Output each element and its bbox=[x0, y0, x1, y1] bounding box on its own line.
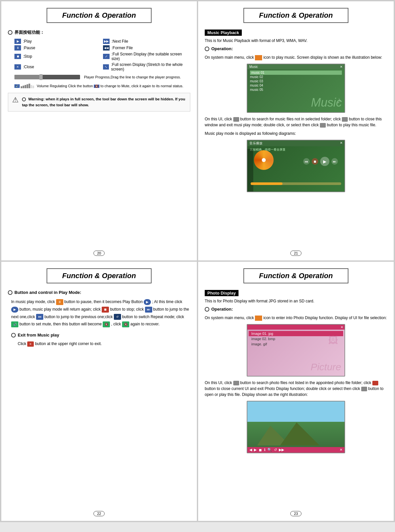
photo-text-bg: Picture bbox=[311, 361, 341, 373]
play-mode-body: In music play mode, click ⏸ button to pa… bbox=[11, 298, 190, 328]
progress-handle bbox=[39, 74, 43, 80]
vol-bar-5 bbox=[29, 84, 30, 88]
ctrl-former: ◀◀ :Former File bbox=[103, 45, 190, 51]
page-22-title-container: Function & Operation bbox=[8, 268, 190, 283]
music-desc1: This is for Music Playback with format o… bbox=[205, 38, 387, 44]
lc-btn-stop: ⏹ bbox=[259, 448, 262, 452]
music-file-list: music 01 music 02 music 03 music 04 musi… bbox=[247, 69, 344, 93]
mute-mode-icon: 🔊 bbox=[11, 321, 18, 327]
page-22: Function & Operation Button and control … bbox=[1, 262, 197, 521]
lc-btn-zoom: 🔍 bbox=[267, 448, 272, 452]
exit-btn-icon: ✕ bbox=[27, 341, 34, 347]
ctrl-prev: ⏮ bbox=[303, 158, 310, 165]
player-screenshot: 音乐播放 ✕ 比较精典，值得一看全屏显 ⏮ ⏹ ▶ ⏭ bbox=[247, 140, 345, 192]
ctrl-fullscreen2: ⤡ :Full screen Display (Stretch to the w… bbox=[103, 62, 190, 72]
lc-btn-close: ✕ bbox=[340, 448, 343, 452]
next-icon: ▶▶ bbox=[103, 39, 110, 44]
ctrl-play: ▶ :Play bbox=[14, 39, 102, 44]
exit-circle-icon bbox=[11, 333, 16, 338]
page-number-22: 22 bbox=[94, 511, 105, 516]
prev-mode-icon: ⏮ bbox=[36, 314, 43, 320]
page-23: Function & Operation Photo Display This … bbox=[198, 262, 394, 521]
progress-bar-fill bbox=[14, 75, 41, 79]
section-header-22: Button and control in Play Mode: bbox=[8, 290, 190, 295]
warning-box: ⚠ Warning: when it plays in full screen,… bbox=[8, 93, 190, 112]
play-btn-icon bbox=[320, 123, 326, 128]
photo-menu-icon bbox=[255, 316, 262, 321]
page-22-title-box: Function & Operation bbox=[47, 268, 152, 283]
page-23-title: Function & Operation bbox=[259, 272, 333, 280]
close-btn-icon bbox=[342, 117, 348, 122]
music-window-header: Music ✕ bbox=[247, 64, 344, 69]
warning-bold: Warning: when it plays in full screen, t… bbox=[22, 97, 185, 107]
vol-bar-3 bbox=[25, 85, 26, 88]
page-number-21: 21 bbox=[290, 251, 301, 256]
play-label: :Play bbox=[23, 39, 32, 44]
volume-label: Volume Regulating Click the button 🔇 to … bbox=[37, 84, 183, 88]
ctrl-play-player: ▶ bbox=[320, 157, 329, 166]
operation-circle-23 bbox=[205, 307, 209, 312]
search-btn-icon bbox=[233, 117, 239, 122]
page-21-title: Function & Operation bbox=[259, 11, 333, 19]
exit-title: Exit from Music play bbox=[18, 333, 59, 338]
lc-btn-play: ▶ bbox=[254, 448, 257, 452]
close-label: :Close bbox=[23, 65, 34, 69]
page-20-title: Function & Operation bbox=[62, 11, 136, 19]
page-20: Function & Operation 界面按钮功能： ▶ :Play ▶▶ … bbox=[1, 1, 197, 260]
muted-icon2: 🔇 bbox=[122, 321, 129, 327]
player-progress-fill bbox=[251, 182, 282, 185]
next-mode-icon: ⏭ bbox=[145, 307, 152, 313]
progress-bar-container bbox=[14, 75, 80, 79]
music-ui-desc: On this UI, click button to search for m… bbox=[205, 116, 387, 128]
player-progress-bar bbox=[251, 182, 341, 185]
player-close-x: ✕ bbox=[340, 141, 343, 146]
lc-btn-rotate: ↺ bbox=[274, 448, 277, 452]
play-again-icon: ▶ bbox=[11, 307, 18, 313]
page-21-title-container: Function & Operation bbox=[205, 8, 387, 23]
vol-bar-4 bbox=[27, 84, 28, 88]
stop-mode-icon: ⏹ bbox=[102, 307, 109, 313]
music-window-screenshot: Music ✕ music 01 music 02 music 03 music… bbox=[247, 64, 345, 113]
operation-header-21: Operation: bbox=[205, 46, 387, 51]
page-number-20: 20 bbox=[94, 251, 105, 256]
page-23-title-box: Function & Operation bbox=[243, 268, 348, 283]
fullscreen1-icon: ⤢ bbox=[103, 54, 110, 59]
landscape-controls: ◀ ▶ ⏹ ℹ 🔍 ↺ ▶▶ ✕ bbox=[247, 447, 344, 453]
controls-row-4: ✕ :Close ⤡ :Full screen Display (Stretch… bbox=[14, 62, 190, 72]
player-controls: ⏮ ⏹ ▶ ⏭ bbox=[303, 157, 338, 166]
controls-grid: ▶ :Play ▶▶ :Next File ⏸ :Pause ◀◀ :Forme… bbox=[14, 39, 190, 72]
progress-section: Player Progress,Drag the line to change … bbox=[14, 75, 184, 80]
progress-bar-outer bbox=[14, 75, 80, 79]
music-item-4: music 04 bbox=[250, 83, 342, 88]
warning-circle-icon bbox=[22, 97, 26, 101]
vol-bar-7 bbox=[32, 86, 34, 88]
music-item-3: music 03 bbox=[250, 79, 342, 83]
ctrl-pause: ⏸ :Pause bbox=[14, 45, 102, 51]
lc-btn-prev: ◀ bbox=[249, 448, 252, 452]
close-icon: ✕ bbox=[14, 64, 21, 70]
progress-label: Player Progress,Drag the line to change … bbox=[84, 75, 181, 80]
operation-text-21: On system main menu, click icon to play … bbox=[205, 54, 387, 60]
warning-content: Warning: when it plays in full screen, t… bbox=[22, 96, 186, 108]
ctrl-stop-player: ⏹ bbox=[312, 158, 318, 165]
circle-icon-22 bbox=[8, 290, 12, 295]
operation-header-23: Operation: bbox=[205, 307, 387, 312]
ctrl-next: ▶▶ :Next File bbox=[103, 39, 190, 44]
music-text-bg: Music bbox=[311, 96, 342, 110]
ctrl-stop: ⏹ :Stop bbox=[14, 52, 102, 61]
music-window-title: Music bbox=[249, 65, 258, 69]
landscape-screenshot: ◀ ▶ ⏹ ℹ 🔍 ↺ ▶▶ ✕ bbox=[247, 401, 345, 453]
warning-triangle-icon: ⚠ bbox=[12, 96, 19, 108]
music-item-1: music 01 bbox=[250, 71, 342, 75]
photo-window-close: ✕ bbox=[341, 325, 343, 329]
vol-bar-6 bbox=[31, 85, 32, 88]
play-icon: ▶ bbox=[14, 39, 21, 44]
music-playback-section: Music Playback This is for Music Playbac… bbox=[205, 30, 387, 60]
mute-icon-inline: 🔇 bbox=[94, 85, 99, 88]
photo-desc1: This is for Photo Display with format JP… bbox=[205, 298, 387, 304]
controls-row-2: ⏸ :Pause ◀◀ :Former File bbox=[14, 45, 190, 51]
speaker-symbol: 🔊 bbox=[15, 85, 19, 88]
fullscreen2-label: :Full screen Display (Stretch to the who… bbox=[111, 62, 190, 72]
photo-close-icon bbox=[372, 381, 378, 385]
pause-label: :Pause bbox=[23, 46, 35, 50]
